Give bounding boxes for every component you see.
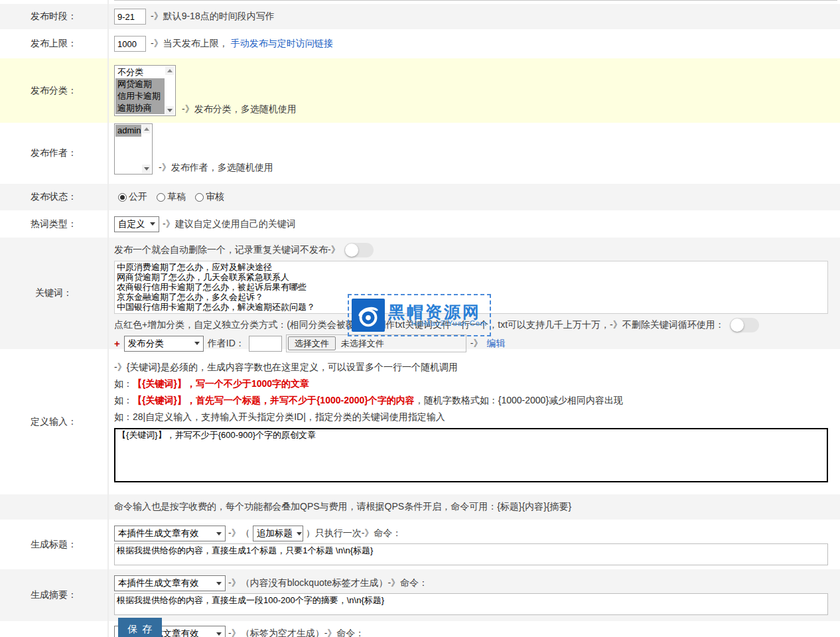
add-category-button[interactable]: + [114,338,120,349]
chevron-down-icon [216,532,222,535]
gen-abstract-mode-select[interactable]: 本插件生成文章有效 [114,575,226,591]
radio-draft[interactable]: 草稿 [157,191,186,203]
publish-time-input[interactable] [114,9,146,25]
listbox-option[interactable]: 网贷逾期 [115,78,165,90]
author-listbox[interactable]: admin [114,123,153,175]
publish-status-label: 发布状态： [31,191,77,203]
publish-time-label: 发布时段： [31,11,77,23]
publish-author-hint: -》发布作者，多选随机使用 [159,162,273,174]
row-define-input: 定义输入： -》{关键词}是必须的，生成内容字数也在这里定义，可以设置多个一行一… [0,349,840,494]
radio-public[interactable]: 公开 [118,191,147,203]
example-red-text: 【{关键词}】，首先写一个标题，并写不少于{1000-2000}个字的内容 [133,395,415,405]
scroll-up-icon[interactable] [165,66,174,75]
row-publish-limit: 发布上限： -》当天发布上限， 手动发布与定时访问链接 [0,29,840,58]
plugin-settings-page: 发布时段： -》默认9-18点的时间段内写作 发布上限： -》当天发布上限， 手… [0,0,840,637]
manual-publish-link[interactable]: 手动发布与定时访问链接 [231,38,333,50]
listbox-option[interactable]: 逾期协商 [115,102,165,114]
heimao-logo-icon [352,299,385,332]
example-line: 如：28|自定义输入，支持输入开头指定分类ID|，指定分类的关键词使用指定输入 [114,411,835,423]
publish-category-label: 发布分类： [31,85,77,97]
auto-delete-hint: 发布一个就会自动删除一个，记录重复关键词不发布-》 [114,244,340,256]
chevron-down-icon [150,222,155,226]
watermark: 黑帽资源网 HeiMaoZiYuan.Com [348,294,491,336]
watermark-title: 黑帽资源网 [388,303,487,320]
publish-limit-hint: -》当天发布上限， [151,38,228,50]
hotword-type-select[interactable]: 自定义 [114,216,159,232]
title-append-select[interactable]: 追加标题 [253,526,303,541]
radio-icon [157,193,165,202]
scroll-up-icon[interactable] [142,125,151,133]
save-button[interactable]: 保存 [118,618,162,637]
publish-time-hint: -》默认9-18点的时间段内写作 [151,11,275,23]
previous-textarea-edge [114,0,837,1]
define-input-note: -》{关键词}是必须的，生成内容字数也在这里定义，可以设置多个一行一个随机调用 [114,361,835,373]
define-input-textarea[interactable]: 【{关键词}】，并写不少于{600-900}个字的原创文章 [114,428,828,482]
chevron-down-icon [297,532,302,535]
toggle-knob [731,318,744,332]
gen-abstract-label: 生成摘要： [31,589,77,601]
row-gen-title: 生成标题： 本插件生成文章有效 -》（ 追加标题 ）只执行一次-》命令： 根据我… [0,520,840,569]
row-gen-abstract: 生成摘要： 本插件生成文章有效 -》（内容没有blockquote标签才生成）-… [0,569,840,621]
row-publish-time: 发布时段： -》默认9-18点的时间段内写作 [0,4,840,29]
author-id-label: 作者ID： [208,338,245,350]
category-listbox[interactable]: 不分类 网贷逾期 信用卡逾期 逾期协商 [114,65,176,116]
hotword-type-label: 热词类型： [31,218,77,230]
command-note-text: 命令输入也是按字收费的，每个功能都会叠加QPS与费用，请根据QPS条件开启，命令… [114,501,571,513]
scroll-down-icon[interactable] [165,106,174,115]
row-publish-status: 发布状态： 公开 草稿 审核 [0,184,840,210]
define-input-label: 定义输入： [31,416,77,428]
scroll-down-icon[interactable] [142,165,151,173]
listbox-option[interactable]: 信用卡逾期 [115,90,165,102]
publish-author-label: 发布作者： [31,147,77,159]
radio-checked-icon [118,193,127,202]
keywords-label: 关键词： [35,287,72,299]
toggle-knob [345,244,358,257]
hotword-type-hint: -》建议自定义使用自己的关键词 [163,218,296,230]
listbox-option[interactable]: admin [115,125,141,137]
example-red-text: 【{关键词}】，写一个不少于1000字的文章 [133,378,309,389]
example-line: 如：【{关键词}】，首先写一个标题，并写不少于{1000-2000}个字的内容，… [114,394,835,406]
row-publish-category: 发布分类： 不分类 网贷逾期 信用卡逾期 逾期协商 -》发布分类，多选随机使用 [0,58,840,123]
publish-limit-label: 发布上限： [31,38,77,50]
chevron-down-icon [216,582,222,585]
radio-review[interactable]: 审核 [195,191,224,203]
gen-abstract-command-textarea[interactable]: 根据我提供给你的内容，直接生成一段100-200个字的摘要，\n\n{标题} [114,593,828,615]
listbox-scrollbar[interactable] [165,66,175,115]
file-status-text: 未选择文件 [341,338,384,350]
row-command-note: 命令输入也是按字收费的，每个功能都会叠加QPS与费用，请根据QPS条件开启，命令… [0,494,840,520]
row-publish-author: 发布作者： admin -》发布作者，多选随机使用 [0,123,840,184]
gen-title-mode-select[interactable]: 本插件生成文章有效 [114,526,226,541]
edit-link[interactable]: 编辑 [486,338,505,350]
publish-category-hint: -》发布分类，多选随机使用 [182,104,297,115]
radio-icon [195,193,204,202]
auto-delete-toggle[interactable] [344,243,374,257]
example-line: 如：【{关键词}】，写一个不少于1000字的文章 [114,378,835,389]
gen-title-label: 生成标题： [31,539,77,551]
gen-title-command-textarea[interactable]: 根据我提供给你的内容，直接生成1个标题，只要1个标题 \n\n{标题} [114,543,828,565]
listbox-option[interactable]: 不分类 [115,66,165,78]
publish-limit-input[interactable] [114,36,146,52]
keep-keywords-toggle[interactable] [730,318,759,332]
arrow-text: -》 [470,338,483,350]
row-hotword-type: 热词类型： 自定义 -》建议自定义使用自己的关键词 [0,210,840,238]
chevron-down-icon [194,342,200,345]
loop-toggle-hint: -》不删除关键词循环使用： [610,319,725,330]
listbox-scrollbar[interactable] [141,125,151,173]
chevron-down-icon [216,632,222,636]
